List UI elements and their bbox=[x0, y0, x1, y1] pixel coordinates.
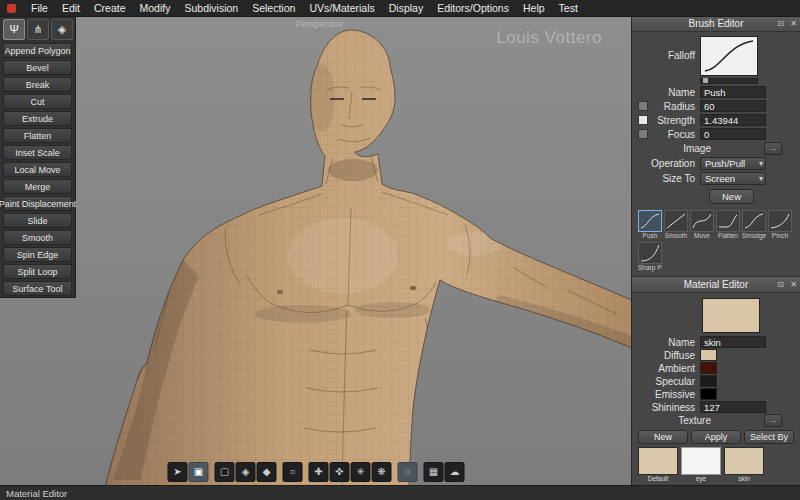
focus-label: Focus bbox=[652, 129, 700, 140]
radius-checkbox[interactable] bbox=[638, 101, 648, 111]
brush-editor-header[interactable]: Brush Editor ⊡ ✕ bbox=[632, 16, 800, 32]
status-bar: Material Editor bbox=[0, 485, 800, 500]
lasso-select-icon[interactable]: ◌ bbox=[398, 462, 418, 482]
tool-palette: Ψ ⋔ ◈ Append Polygon Bevel Break Cut Ext… bbox=[0, 16, 76, 298]
material-item-default[interactable]: Default bbox=[638, 447, 678, 483]
viewport-canvas[interactable]: Perspective Louis Vottero ➤ ▣ ▢ ◈ ◆ ○ ✚ … bbox=[0, 16, 632, 486]
tool-paint-displacement[interactable]: Paint Displacement bbox=[3, 196, 72, 211]
texture-browse-button[interactable]: ... bbox=[764, 414, 782, 427]
tool-inset-scale[interactable]: Inset Scale bbox=[3, 145, 72, 160]
tool-append-polygon[interactable]: Append Polygon bbox=[3, 43, 72, 58]
marquee-select-icon[interactable]: ▦ bbox=[424, 462, 444, 482]
emissive-label: Emissive bbox=[638, 389, 700, 400]
shininess-field[interactable] bbox=[700, 401, 766, 413]
tool-extrude[interactable]: Extrude bbox=[3, 111, 72, 126]
material-name-label: Name bbox=[638, 337, 700, 348]
select-tool-icon[interactable]: ➤ bbox=[168, 462, 188, 482]
menu-item-subdivision[interactable]: Subdivision bbox=[177, 0, 245, 16]
operation-dropdown[interactable]: Push/Pull ▾ bbox=[700, 157, 766, 170]
viewport-toolbar: ➤ ▣ ▢ ◈ ◆ ○ ✚ ✜ ✳ ❋ ◌ ▦ ☁ bbox=[168, 462, 465, 482]
menu-item-display[interactable]: Display bbox=[382, 0, 430, 16]
new-brush-button[interactable]: New bbox=[709, 189, 754, 204]
menu-item-editors-options[interactable]: Editors/Options bbox=[430, 0, 516, 16]
float-panel-icon[interactable]: ⊡ bbox=[774, 277, 787, 292]
brush-preset-flatten[interactable]: Flatten bbox=[716, 210, 740, 240]
operation-label: Operation bbox=[638, 158, 700, 169]
material-item-eye[interactable]: eye bbox=[681, 447, 721, 483]
menu-item-file[interactable]: File bbox=[24, 0, 55, 16]
radius-field[interactable] bbox=[700, 100, 766, 112]
menu-item-selection[interactable]: Selection bbox=[245, 0, 302, 16]
size-to-dropdown[interactable]: Screen ▾ bbox=[700, 172, 766, 185]
strength-field[interactable] bbox=[700, 114, 766, 126]
tool-surface-tool[interactable]: Surface Tool bbox=[3, 281, 72, 296]
select-by-button[interactable]: Select By bbox=[744, 430, 794, 444]
menu-item-modify[interactable]: Modify bbox=[133, 0, 178, 16]
material-name-field[interactable] bbox=[700, 336, 766, 348]
image-label: Image bbox=[638, 143, 716, 154]
material-list: Default eye skin bbox=[638, 447, 794, 483]
rotate-axis-icon[interactable]: ✜ bbox=[330, 462, 350, 482]
polygon-mode-icon[interactable]: ◆ bbox=[257, 462, 277, 482]
tool-bevel[interactable]: Bevel bbox=[3, 60, 72, 75]
new-material-button[interactable]: New bbox=[638, 430, 688, 444]
menu-item-uvs-materials[interactable]: UVs/Materials bbox=[302, 0, 381, 16]
tool-flatten[interactable]: Flatten bbox=[3, 128, 72, 143]
magnet-tool-icon[interactable]: ◈ bbox=[51, 19, 73, 40]
subdivision-toggle-icon[interactable]: ○ bbox=[283, 462, 303, 482]
move-axis-icon[interactable]: ✚ bbox=[309, 462, 329, 482]
menu-item-help[interactable]: Help bbox=[516, 0, 552, 16]
strength-checkbox[interactable] bbox=[638, 115, 648, 125]
brush-editor-title: Brush Editor bbox=[658, 18, 774, 29]
brush-preset-smudge[interactable]: Smudge bbox=[742, 210, 766, 240]
object-mode-icon[interactable]: ▣ bbox=[189, 462, 209, 482]
right-panel: Brush Editor ⊡ ✕ Falloff Name bbox=[631, 16, 800, 486]
cloud-brush-icon[interactable]: ☁ bbox=[445, 462, 465, 482]
tool-merge[interactable]: Merge bbox=[3, 179, 72, 194]
watermark-text: Louis Vottero bbox=[496, 28, 602, 48]
vertex-mode-icon[interactable]: ▢ bbox=[215, 462, 235, 482]
scale-axis-icon[interactable]: ✳ bbox=[351, 462, 371, 482]
material-editor-title: Material Editor bbox=[658, 279, 774, 290]
close-panel-icon[interactable]: ✕ bbox=[787, 277, 800, 292]
emissive-color-swatch[interactable] bbox=[700, 388, 717, 400]
shininess-label: Shininess bbox=[638, 402, 700, 413]
apply-material-button[interactable]: Apply bbox=[691, 430, 741, 444]
focus-field[interactable] bbox=[700, 128, 766, 140]
tool-slide[interactable]: Slide bbox=[3, 213, 72, 228]
chevron-down-icon: ▾ bbox=[759, 159, 763, 168]
material-editor-header[interactable]: Material Editor ⊡ ✕ bbox=[632, 277, 800, 293]
brush-preset-pinch[interactable]: Pinch bbox=[768, 210, 792, 240]
brush-preset-push[interactable]: Push bbox=[638, 210, 662, 240]
close-panel-icon[interactable]: ✕ bbox=[787, 16, 800, 31]
menu-item-create[interactable]: Create bbox=[87, 0, 133, 16]
snap-toggle-icon[interactable]: ❋ bbox=[372, 462, 392, 482]
tool-smooth[interactable]: Smooth bbox=[3, 230, 72, 245]
specular-color-swatch[interactable] bbox=[700, 375, 717, 387]
tool-break[interactable]: Break bbox=[3, 77, 72, 92]
skeleton-tool-icon[interactable]: ⋔ bbox=[27, 19, 49, 40]
status-text: Material Editor bbox=[0, 488, 67, 499]
sculpt-brush-tool-icon[interactable]: Ψ bbox=[3, 19, 25, 40]
tool-local-move[interactable]: Local Move bbox=[3, 162, 72, 177]
brush-name-label: Name bbox=[638, 87, 700, 98]
menu-item-edit[interactable]: Edit bbox=[55, 0, 87, 16]
ambient-color-swatch[interactable] bbox=[700, 362, 717, 374]
falloff-slider[interactable] bbox=[700, 78, 758, 84]
brush-preset-move[interactable]: Move bbox=[690, 210, 714, 240]
tool-cut[interactable]: Cut bbox=[3, 94, 72, 109]
tool-spin-edge[interactable]: Spin Edge bbox=[3, 247, 72, 262]
diffuse-color-swatch[interactable] bbox=[700, 349, 717, 361]
falloff-curve[interactable] bbox=[700, 36, 758, 76]
brush-name-field[interactable] bbox=[700, 86, 766, 98]
tool-split-loop[interactable]: Split Loop bbox=[3, 264, 72, 279]
brush-preset-sharp-push[interactable]: Sharp Push bbox=[638, 242, 662, 272]
menu-item-test[interactable]: Test bbox=[552, 0, 585, 16]
material-item-skin[interactable]: skin bbox=[724, 447, 764, 483]
brush-preset-smooth[interactable]: Smooth bbox=[664, 210, 688, 240]
focus-checkbox[interactable] bbox=[638, 129, 648, 139]
edge-mode-icon[interactable]: ◈ bbox=[236, 462, 256, 482]
material-preview-swatch[interactable] bbox=[702, 298, 760, 333]
image-browse-button[interactable]: ... bbox=[764, 142, 782, 155]
float-panel-icon[interactable]: ⊡ bbox=[774, 16, 787, 31]
